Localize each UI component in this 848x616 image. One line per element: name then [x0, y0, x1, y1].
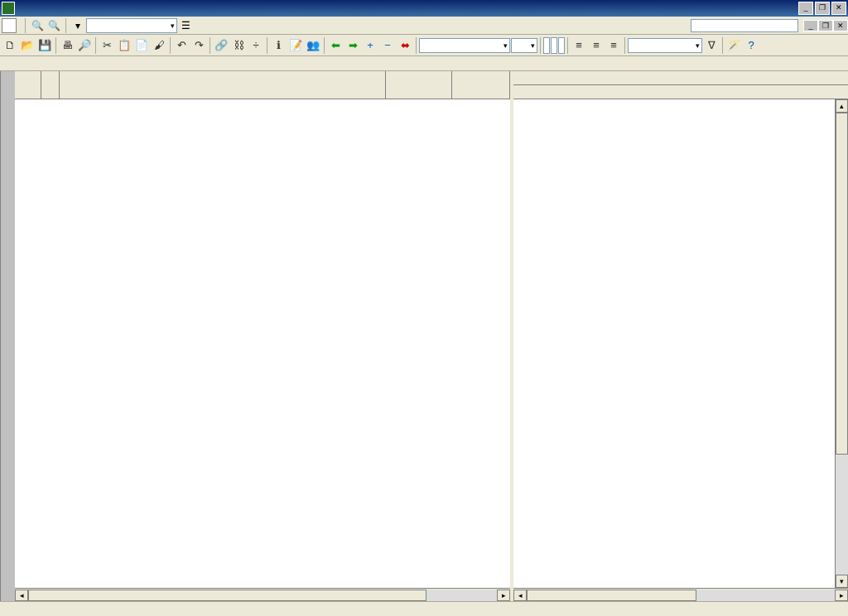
app-menu-icon[interactable] [2, 18, 17, 33]
close-button[interactable]: ✕ [831, 2, 846, 15]
workspace: ◂ ▸ ◂ ▸ ▴ ▾ [0, 71, 848, 601]
status-bar [0, 601, 848, 616]
print-preview-icon[interactable]: 🔎 [76, 37, 93, 54]
unlink-tasks-icon[interactable]: ⛓ [230, 37, 247, 54]
column-id[interactable] [15, 71, 41, 99]
link-tasks-icon[interactable]: 🔗 [213, 37, 229, 54]
task-notes-icon[interactable]: 📝 [287, 37, 304, 54]
font-select[interactable] [419, 38, 510, 53]
grid-body[interactable] [15, 99, 510, 588]
scroll-down-icon[interactable]: ▾ [836, 575, 848, 588]
assign-resources-icon[interactable]: 👥 [305, 37, 321, 54]
gantt-body[interactable] [513, 99, 848, 588]
print-icon[interactable]: 🖶 [59, 37, 75, 54]
grid-header [15, 71, 510, 99]
gantt-header [513, 71, 848, 99]
grouping-icon[interactable]: ☰ [178, 18, 193, 33]
scroll-left-icon[interactable]: ◂ [15, 590, 28, 601]
restore-button[interactable]: ❐ [815, 2, 830, 15]
open-icon[interactable]: 📂 [19, 37, 36, 54]
task-info-icon[interactable]: ℹ [270, 37, 287, 54]
column-start[interactable] [452, 71, 510, 99]
app-icon [2, 2, 15, 15]
align-left-icon[interactable]: ≡ [571, 37, 587, 54]
show-dropdown[interactable]: ▾ [70, 18, 85, 33]
help-question-input[interactable] [691, 19, 798, 32]
align-right-icon[interactable]: ≡ [605, 37, 622, 54]
italic-button[interactable] [551, 37, 557, 54]
bold-button[interactable] [543, 37, 550, 54]
column-duration[interactable] [386, 71, 452, 99]
help-icon[interactable]: ? [743, 37, 759, 54]
main-toolbar: 🗋 📂 💾 🖶 🔎 ✂ 📋 📄 🖌 ↶ ↷ 🔗 ⛓ ÷ ℹ 📝 👥 ⬅ ➡ + … [0, 35, 848, 56]
goto-task-icon[interactable]: ⬌ [397, 37, 413, 54]
pane-restore-button[interactable]: ❐ [818, 20, 833, 31]
minimize-button[interactable]: _ [798, 2, 813, 15]
show-subtasks-icon[interactable]: + [362, 37, 378, 54]
gantt-hscroll[interactable]: ◂ ▸ [513, 588, 848, 601]
filter-select[interactable] [628, 38, 702, 53]
gantt-chart: ◂ ▸ ▴ ▾ [513, 71, 848, 601]
redo-icon[interactable]: ↷ [190, 37, 207, 54]
gantt-scroll-left-icon[interactable]: ◂ [513, 590, 527, 601]
column-indicators[interactable] [41, 71, 60, 99]
hide-subtasks-icon[interactable]: − [379, 37, 396, 54]
scroll-right-icon[interactable]: ▸ [497, 590, 510, 601]
column-name[interactable] [60, 71, 386, 99]
task-grid: ◂ ▸ [15, 71, 513, 601]
outdent-icon[interactable]: ⬅ [327, 37, 344, 54]
zoom-in-icon[interactable]: 🔍 [30, 18, 45, 33]
copy-icon[interactable]: 📋 [116, 37, 132, 54]
indent-icon[interactable]: ➡ [344, 37, 361, 54]
new-icon[interactable]: 🗋 [2, 37, 18, 54]
project-title-bar [0, 56, 848, 71]
save-icon[interactable]: 💾 [36, 37, 53, 54]
grid-hscroll[interactable]: ◂ ▸ [15, 588, 510, 601]
underline-button[interactable] [558, 37, 565, 54]
undo-icon[interactable]: ↶ [173, 37, 190, 54]
format-painter-icon[interactable]: 🖌 [151, 37, 167, 54]
cut-icon[interactable]: ✂ [99, 37, 115, 54]
menu-bar: 🔍 🔍 ▾ ☰ _ ❐ ✕ [0, 17, 848, 35]
zoom-out-icon[interactable]: 🔍 [46, 18, 61, 33]
font-size-select[interactable] [511, 38, 537, 53]
paste-icon[interactable]: 📄 [133, 37, 150, 54]
view-bar[interactable] [0, 71, 15, 601]
gantt-vscroll[interactable]: ▴ ▾ [835, 99, 848, 588]
pane-minimize-button[interactable]: _ [803, 20, 818, 31]
gantt-scroll-right-icon[interactable]: ▸ [835, 590, 848, 601]
title-bar: _ ❐ ✕ [0, 0, 848, 17]
grouping-select[interactable] [86, 18, 177, 33]
align-center-icon[interactable]: ≡ [588, 37, 605, 54]
split-task-icon[interactable]: ÷ [248, 37, 264, 54]
pane-close-button[interactable]: ✕ [833, 20, 848, 31]
autofilter-icon[interactable]: ∇ [703, 37, 720, 54]
scroll-up-icon[interactable]: ▴ [836, 99, 848, 113]
wizard-icon[interactable]: 🪄 [725, 37, 742, 54]
